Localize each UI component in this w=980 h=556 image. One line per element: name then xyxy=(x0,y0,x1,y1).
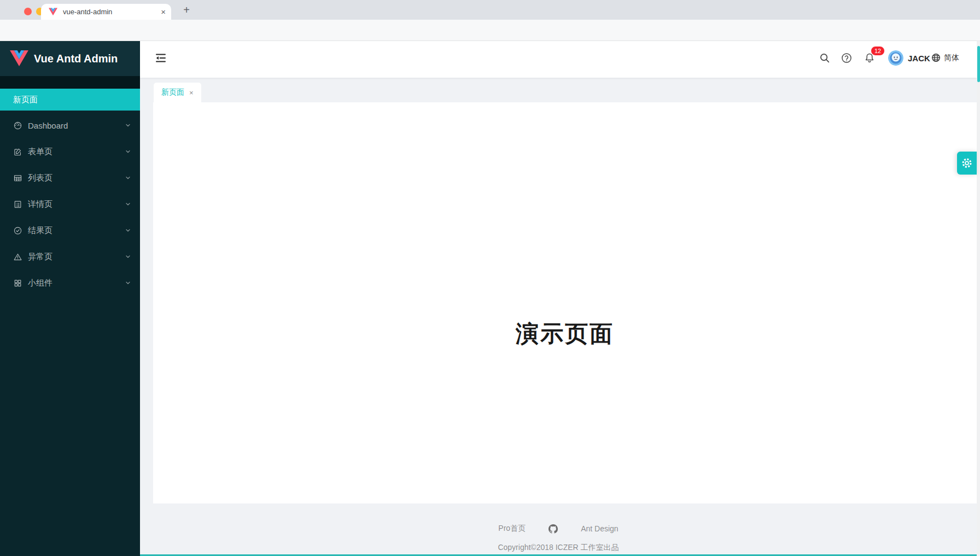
browser-toolbar: localhost:8080/#/newPage xyxy=(0,20,980,41)
app-title: Vue Antd Admin xyxy=(34,53,118,65)
theme-settings-button[interactable] xyxy=(957,152,977,175)
sidebar-divider xyxy=(0,76,140,89)
chevron-down-icon xyxy=(125,253,131,260)
footer-link-antd[interactable]: Ant Design xyxy=(581,524,618,533)
menu-fold-icon[interactable] xyxy=(154,51,167,65)
dashboard-icon xyxy=(13,121,22,130)
chevron-down-icon xyxy=(125,227,131,234)
language-switcher[interactable]: 简体 xyxy=(931,53,959,63)
page-tab-close-icon[interactable]: × xyxy=(189,89,194,97)
vue-favicon xyxy=(49,8,57,16)
scrollbar-thumb[interactable] xyxy=(977,46,980,82)
help-icon[interactable] xyxy=(841,52,853,64)
warning-icon xyxy=(13,252,22,262)
app-logo[interactable]: Vue Antd Admin xyxy=(0,41,140,76)
profile-icon xyxy=(13,200,22,209)
page-tab-label: 新页面 xyxy=(161,88,184,97)
page-card: 演示页面 xyxy=(153,102,977,503)
sidebar: Vue Antd Admin 新页面 Dashboard 表单页 xyxy=(0,41,140,556)
notification-badge[interactable]: 12 xyxy=(871,46,885,56)
gear-icon xyxy=(961,157,973,169)
user-name[interactable]: JACK xyxy=(908,54,930,63)
close-window-button[interactable] xyxy=(24,8,32,15)
chevron-down-icon xyxy=(125,148,131,155)
browser-tab[interactable]: vue-antd-admin × xyxy=(41,4,171,20)
new-tab-button[interactable]: + xyxy=(179,3,194,17)
sidebar-item-result[interactable]: 结果页 xyxy=(0,219,140,241)
search-icon[interactable] xyxy=(819,52,831,64)
sidebar-item-exception[interactable]: 异常页 xyxy=(0,246,140,268)
chevron-down-icon xyxy=(125,175,131,181)
tab-close-icon[interactable]: × xyxy=(161,7,166,16)
sidebar-item-widgets[interactable]: 小组件 xyxy=(0,272,140,294)
scrollbar-track[interactable] xyxy=(977,41,980,556)
browser-window: vue-antd-admin × + localhost:8080/#/newP… xyxy=(0,0,980,556)
sidebar-item-detail[interactable]: 详情页 xyxy=(0,193,140,215)
sidebar-item-new-page[interactable]: 新页面 xyxy=(0,89,140,111)
footer-link-home[interactable]: Pro首页 xyxy=(498,524,526,534)
page-tab-active[interactable]: 新页面 × xyxy=(154,83,201,102)
page-title: 演示页面 xyxy=(153,318,977,349)
chevron-down-icon xyxy=(125,122,131,129)
chevron-down-icon xyxy=(125,280,131,286)
table-icon xyxy=(13,173,22,183)
user-avatar[interactable] xyxy=(888,50,903,66)
footer-copyright: Copyright©2018 ICZER 工作室出品 xyxy=(140,543,977,553)
vue-logo-icon xyxy=(10,50,28,67)
appstore-icon xyxy=(13,279,22,288)
browser-tabstrip: vue-antd-admin × + xyxy=(0,0,980,20)
language-label: 简体 xyxy=(944,53,959,63)
browser-tab-title: vue-antd-admin xyxy=(63,8,161,16)
check-circle-icon xyxy=(13,226,22,235)
page-tabbar: 新页面 × xyxy=(140,78,977,102)
globe-icon xyxy=(931,53,941,63)
sidebar-item-form[interactable]: 表单页 xyxy=(0,141,140,163)
content-area: 演示页面 Pro首页 Ant Design Copyright©2018 ICZ… xyxy=(140,102,977,556)
sidebar-item-dashboard[interactable]: Dashboard xyxy=(0,114,140,136)
github-icon[interactable] xyxy=(549,524,558,534)
sidebar-item-label: 新页面 xyxy=(13,95,38,105)
chevron-down-icon xyxy=(125,201,131,207)
form-icon xyxy=(13,147,22,157)
footer-links: Pro首页 Ant Design xyxy=(140,524,977,534)
sidebar-item-list[interactable]: 列表页 xyxy=(0,167,140,189)
